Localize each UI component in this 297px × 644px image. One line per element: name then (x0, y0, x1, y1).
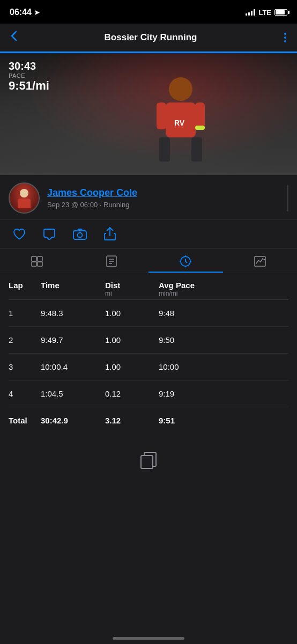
lap-time: 1:04.5 (41, 389, 105, 398)
home-indicator (113, 637, 184, 640)
copy-icon[interactable] (138, 450, 159, 470)
lap-table: Lap Time Dist mi Avg Pace min/mi 1 9:48.… (0, 273, 297, 434)
more-button[interactable] (282, 31, 288, 45)
bottom-section (0, 434, 297, 481)
share-button[interactable] (102, 225, 118, 243)
back-button[interactable] (9, 28, 19, 47)
lap-number: 1 (9, 309, 41, 318)
hero-image: RV 30:43 PACE 9:51/mi (0, 52, 297, 175)
camera-button[interactable] (71, 226, 89, 242)
svg-rect-5 (157, 103, 166, 129)
pace-overlay: 30:43 PACE 9:51/mi (9, 60, 49, 93)
location-arrow-icon (34, 10, 40, 16)
tab-chart[interactable] (223, 250, 298, 272)
lap-number: 3 (9, 362, 41, 371)
total-row: Total 30:42.9 3.12 9:51 (9, 407, 288, 434)
svg-point-9 (78, 233, 83, 238)
lap-rows-container: 1 9:48.3 1.00 9:48 2 9:49.7 1.00 9:50 3 … (9, 300, 288, 407)
total-time: 30:42.9 (41, 416, 105, 425)
tab-laps[interactable] (148, 249, 223, 273)
lap-number: 2 (9, 335, 41, 345)
table-header: Lap Time Dist mi Avg Pace min/mi (9, 273, 288, 300)
total-dist: 3.12 (105, 416, 159, 425)
svg-rect-11 (38, 257, 42, 261)
header-time: Time (41, 281, 105, 297)
lap-dist: 0.12 (105, 389, 159, 398)
svg-rect-10 (32, 257, 36, 261)
svg-rect-13 (38, 262, 42, 266)
status-right: LTE (246, 9, 287, 17)
lap-dist: 1.00 (105, 309, 159, 318)
avg-pace-unit: min/mi (159, 290, 288, 297)
time-display: 06:44 (10, 8, 32, 17)
header-lap: Lap (9, 281, 41, 297)
runner-silhouette: RV (127, 62, 234, 170)
signal-bars-icon (246, 9, 255, 16)
lap-dist: 1.00 (105, 335, 159, 345)
lap-avg-pace: 9:50 (159, 335, 288, 345)
user-name[interactable]: James Cooper Cole (47, 187, 279, 199)
pace-value: 9:51/mi (9, 79, 49, 93)
user-meta: Sep 23 @ 06:00 · Running (47, 201, 279, 209)
svg-rect-6 (195, 103, 205, 129)
avatar (9, 182, 40, 214)
lte-label: LTE (258, 9, 271, 17)
table-row: 3 10:00.4 1.00 10:00 (9, 354, 288, 380)
lap-time: 10:00.4 (41, 362, 105, 371)
svg-rect-3 (159, 137, 170, 162)
pace-label: PACE (9, 72, 49, 79)
page-title: Bossier City Running (105, 32, 197, 43)
lap-avg-pace: 9:19 (159, 389, 288, 398)
header-dist: Dist mi (105, 281, 159, 297)
battery-icon (274, 9, 287, 16)
table-row: 4 1:04.5 0.12 9:19 (9, 380, 288, 407)
table-row: 1 9:48.3 1.00 9:48 (9, 300, 288, 327)
user-info: James Cooper Cole Sep 23 @ 06:00 · Runni… (47, 187, 279, 209)
total-time-display: 30:43 (9, 60, 49, 72)
svg-rect-8 (73, 231, 86, 239)
svg-rect-12 (32, 262, 36, 266)
blue-accent-line (0, 52, 297, 53)
lap-avg-pace: 10:00 (159, 362, 288, 371)
comment-button[interactable] (41, 226, 58, 242)
svg-rect-7 (195, 126, 205, 130)
lap-time: 9:49.7 (41, 335, 105, 345)
action-bar (0, 219, 297, 249)
svg-text:RV: RV (174, 119, 185, 127)
lap-number: 4 (9, 389, 41, 398)
svg-rect-4 (191, 137, 202, 162)
like-button[interactable] (11, 226, 28, 242)
lap-dist: 1.00 (105, 362, 159, 371)
user-section: James Cooper Cole Sep 23 @ 06:00 · Runni… (0, 175, 297, 219)
status-bar: 06:44 LTE (0, 0, 297, 24)
svg-rect-20 (141, 456, 153, 469)
tab-overview[interactable] (0, 250, 75, 272)
lap-avg-pace: 9:48 (159, 309, 288, 318)
header-avg-pace: Avg Pace min/mi (159, 281, 288, 297)
nav-bar: Bossier City Running (0, 24, 297, 52)
tabs-bar (0, 249, 297, 273)
total-avg-pace: 9:51 (159, 416, 288, 425)
status-time: 06:44 (10, 8, 40, 17)
lap-time: 9:48.3 (41, 309, 105, 318)
tab-summary[interactable] (75, 249, 149, 273)
total-label: Total (9, 416, 41, 425)
svg-point-0 (169, 77, 192, 101)
scroll-indicator (287, 185, 288, 211)
table-row: 2 9:49.7 1.00 9:50 (9, 327, 288, 354)
dist-unit: mi (105, 290, 159, 297)
